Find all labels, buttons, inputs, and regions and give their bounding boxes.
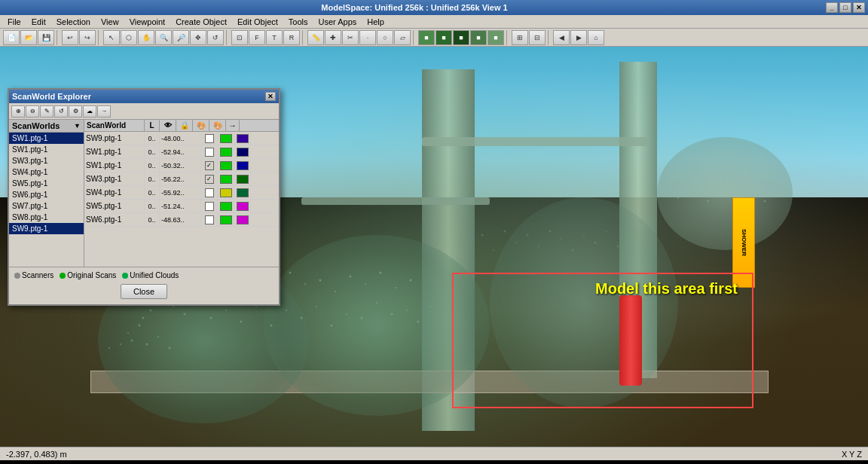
row6-checkbox[interactable] xyxy=(205,202,214,211)
tb-zoom-in[interactable]: 🔍 xyxy=(155,30,172,45)
tb-clip[interactable]: ✂ xyxy=(342,30,359,45)
row3-color2-box[interactable] xyxy=(237,161,249,170)
tb-home[interactable]: ⌂ xyxy=(588,30,604,45)
table-row[interactable]: SW5.ptg-1 0.. -51.24.. xyxy=(84,200,279,213)
menu-file[interactable]: File xyxy=(3,17,26,27)
row3-check[interactable]: ✓ xyxy=(201,159,218,172)
row1-color2[interactable] xyxy=(234,132,251,145)
list-item-sw9[interactable]: SW9.ptg-1 xyxy=(9,223,84,234)
row7-color1-box[interactable] xyxy=(220,215,232,224)
tb-prev[interactable]: ◀ xyxy=(553,30,570,45)
row2-checkbox[interactable] xyxy=(205,148,214,157)
menu-edit[interactable]: Edit xyxy=(27,17,50,27)
list-item-sw1[interactable]: SW1.ptg-1 xyxy=(9,133,84,144)
row4-color2-box[interactable] xyxy=(237,175,249,184)
maximize-button[interactable]: □ xyxy=(839,2,851,13)
tb-grid[interactable]: ⊞ xyxy=(512,30,528,45)
row7-color2[interactable] xyxy=(234,213,251,226)
row1-checkbox[interactable] xyxy=(205,134,214,143)
table-row[interactable]: SW1.ptg-1 0.. -50.32.. ✓ xyxy=(84,159,279,172)
table-row[interactable]: SW6.ptg-1 0.. -48.63.. xyxy=(84,213,279,227)
tb-pan[interactable]: ✥ xyxy=(190,30,206,45)
dialog-close-button[interactable]: ✕ xyxy=(265,92,276,101)
tb-circle[interactable]: ○ xyxy=(377,30,393,45)
menu-help[interactable]: Help xyxy=(362,17,389,27)
tb-save[interactable]: 💾 xyxy=(38,30,54,45)
menu-user-apps[interactable]: User Apps xyxy=(314,17,362,27)
tb-measure[interactable]: 📏 xyxy=(307,30,324,45)
list-item-sw6[interactable]: SW6.ptg-1 xyxy=(9,189,84,200)
menu-tools[interactable]: Tools xyxy=(284,17,313,27)
table-row[interactable]: SW3.ptg-1 0.. -56.22.. ✓ xyxy=(84,172,279,186)
tb-snap[interactable]: ⊟ xyxy=(529,30,546,45)
menu-edit-object[interactable]: Edit Object xyxy=(233,17,283,27)
tb-scan2[interactable]: ■ xyxy=(453,30,469,45)
row6-check[interactable] xyxy=(201,200,218,212)
tb-fence[interactable]: ⬡ xyxy=(121,30,137,45)
dialog-tb-refresh[interactable]: ↺ xyxy=(54,105,68,118)
minimize-button[interactable]: _ xyxy=(826,2,838,13)
close-dialog-button[interactable]: Close xyxy=(121,284,167,299)
main-viewport[interactable]: SHOWER Model this area first xyxy=(0,47,868,460)
tb-point[interactable]: · xyxy=(359,30,376,45)
row2-color1[interactable] xyxy=(218,145,234,158)
row5-color2-box[interactable] xyxy=(237,188,249,197)
tb-rotate[interactable]: ↺ xyxy=(207,30,224,45)
dialog-tb-add[interactable]: ⊕ xyxy=(11,105,25,118)
tb-scan3[interactable]: ■ xyxy=(470,30,487,45)
row4-checkbox[interactable]: ✓ xyxy=(205,175,214,184)
row3-checkbox[interactable]: ✓ xyxy=(205,161,214,170)
tb-select[interactable]: ↖ xyxy=(103,30,120,45)
row2-check[interactable] xyxy=(201,145,218,158)
row6-color1[interactable] xyxy=(218,200,234,212)
sw-detail-rows[interactable]: SW9.ptg-1 0.. -48.00.. xyxy=(84,132,279,267)
dialog-tb-edit[interactable]: ✎ xyxy=(40,105,53,118)
row6-color2-box[interactable] xyxy=(237,202,249,211)
row7-check[interactable] xyxy=(201,213,218,226)
close-button[interactable]: ✕ xyxy=(853,2,865,13)
row2-color1-box[interactable] xyxy=(220,148,232,157)
menu-viewpoint[interactable]: Viewpoint xyxy=(125,17,170,27)
row3-color1[interactable] xyxy=(218,159,234,172)
list-item-sw3[interactable]: SW3.ptg-1 xyxy=(9,155,84,166)
tb-fit[interactable]: ⊡ xyxy=(231,30,248,45)
tb-next[interactable]: ▶ xyxy=(570,30,587,45)
row1-color1[interactable] xyxy=(218,132,234,145)
list-item-sw8[interactable]: SW8.ptg-1 xyxy=(9,212,84,223)
table-row[interactable]: SW9.ptg-1 0.. -48.00.. xyxy=(84,132,279,145)
row4-color1[interactable] xyxy=(218,172,234,185)
row5-color1[interactable] xyxy=(218,186,234,199)
tb-scan1[interactable]: ■ xyxy=(436,30,452,45)
row5-color1-box[interactable] xyxy=(220,188,232,197)
tb-cross[interactable]: ✚ xyxy=(325,30,341,45)
list-item-sw5[interactable]: SW5.ptg-1 xyxy=(9,178,84,189)
menu-selection[interactable]: Selection xyxy=(52,17,95,27)
row2-color2[interactable] xyxy=(234,145,251,158)
table-row[interactable]: SW4.ptg-1 0.. -55.92.. xyxy=(84,186,279,200)
row5-checkbox[interactable] xyxy=(205,188,214,197)
row6-color2[interactable] xyxy=(234,200,251,212)
tb-new[interactable]: 📄 xyxy=(3,30,20,45)
row2-color2-box[interactable] xyxy=(237,148,249,157)
table-row[interactable]: SW1.ptg-1 0.. -52.94.. xyxy=(84,145,279,159)
row1-check[interactable] xyxy=(201,132,218,145)
list-item-sw1b[interactable]: SW1.ptg-1 xyxy=(9,144,84,155)
tb-plane[interactable]: ▱ xyxy=(394,30,411,45)
dialog-tb-props[interactable]: ⚙ xyxy=(69,105,82,118)
row5-check[interactable] xyxy=(201,186,218,199)
row7-color1[interactable] xyxy=(218,213,234,226)
row1-color2-box[interactable] xyxy=(237,134,249,143)
row4-check[interactable]: ✓ xyxy=(201,172,218,185)
row1-color1-box[interactable] xyxy=(220,134,232,143)
menu-view[interactable]: View xyxy=(96,17,124,27)
tb-zoom-out[interactable]: 🔎 xyxy=(173,30,189,45)
menu-create-object[interactable]: Create Object xyxy=(171,17,231,27)
row4-color2[interactable] xyxy=(234,172,251,185)
tb-cloud[interactable]: ■ xyxy=(418,30,435,45)
row6-color1-box[interactable] xyxy=(220,202,232,211)
dialog-tb-cloud[interactable]: ☁ xyxy=(83,105,96,118)
dialog-tb-arrow[interactable]: → xyxy=(97,105,111,118)
tb-undo[interactable]: ↩ xyxy=(62,30,78,45)
row7-color2-box[interactable] xyxy=(237,215,249,224)
row4-color1-box[interactable] xyxy=(220,175,232,184)
